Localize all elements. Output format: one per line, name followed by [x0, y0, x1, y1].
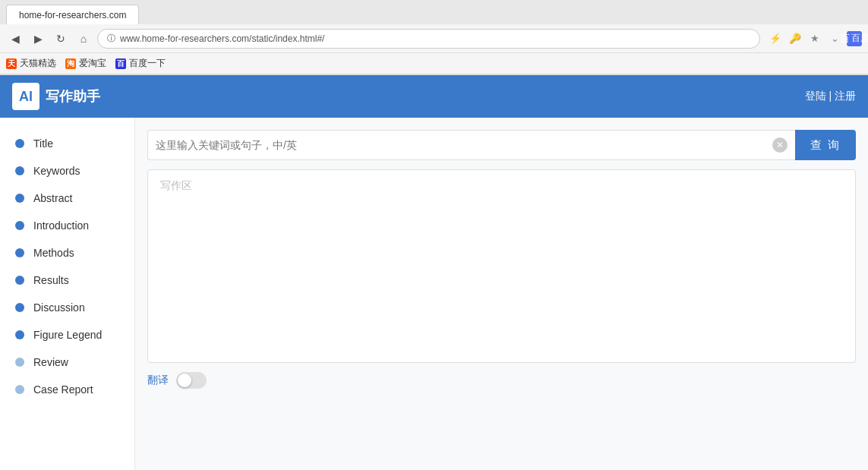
main-layout: Title Keywords Abstract Introduction Met… — [0, 118, 868, 470]
lightning-icon[interactable]: ⚡ — [768, 31, 783, 46]
translation-toggle[interactable] — [176, 372, 207, 389]
dot-case-report — [15, 385, 24, 394]
baidu-icon: 百 — [840, 32, 850, 46]
search-clear-button[interactable]: ✕ — [772, 137, 788, 153]
baidu-yi-icon: 百 — [115, 58, 126, 69]
sidebar-item-discussion[interactable]: Discussion — [0, 294, 134, 321]
writing-area-wrapper: 写作区 — [147, 169, 856, 363]
bookmark-taobao[interactable]: 淘 爱淘宝 — [65, 57, 106, 70]
sidebar-item-introduction[interactable]: Introduction — [0, 212, 134, 239]
search-input-wrapper[interactable]: ✕ — [147, 130, 795, 160]
sidebar-item-figure-legend[interactable]: Figure Legend — [0, 321, 134, 349]
sidebar-label-introduction: Introduction — [33, 219, 89, 232]
sidebar-item-review[interactable]: Review — [0, 349, 134, 376]
app-title: 写作助手 — [46, 87, 100, 106]
search-button-label: 查 询 — [810, 138, 841, 151]
dot-results — [15, 276, 24, 285]
bookmark-tmall-label: 天猫精选 — [20, 57, 56, 70]
sidebar-label-review: Review — [33, 356, 68, 368]
sidebar-label-keywords: Keywords — [33, 165, 80, 177]
logo-icon: AI — [12, 83, 39, 110]
sidebar-item-results[interactable]: Results — [0, 267, 134, 294]
sidebar-item-title[interactable]: Title — [0, 130, 134, 157]
dot-title — [15, 139, 24, 148]
bookmarks-bar: 天 天猫精选 淘 爱淘宝 百 百度一下 — [0, 53, 868, 74]
tab-title: home-for-researchers.com — [19, 10, 126, 21]
sidebar-item-methods[interactable]: Methods — [0, 239, 134, 267]
dot-abstract — [15, 194, 24, 203]
dot-methods — [15, 248, 24, 257]
app-logo: AI 写作助手 — [12, 83, 100, 110]
toggle-knob — [178, 374, 191, 387]
search-bar: ✕ 查 询 — [147, 130, 856, 160]
sidebar-label-case-report: Case Report — [33, 383, 93, 396]
dot-figure-legend — [15, 330, 24, 339]
logo-text: AI — [19, 89, 33, 105]
browser-tab[interactable]: home-for-researchers.com — [6, 5, 139, 24]
sidebar-label-abstract: Abstract — [33, 192, 72, 204]
star-icon[interactable]: ★ — [807, 31, 822, 46]
dot-review — [15, 358, 24, 367]
sidebar-label-figure-legend: Figure Legend — [33, 329, 102, 341]
search-input[interactable] — [156, 139, 772, 151]
sidebar: Title Keywords Abstract Introduction Met… — [0, 118, 135, 470]
home-button[interactable]: ⌂ — [74, 30, 93, 48]
sidebar-item-case-report[interactable]: Case Report — [0, 376, 134, 403]
translation-row: 翻译 — [147, 372, 856, 389]
bookmark-baidu-yi[interactable]: 百 百度一下 — [115, 57, 166, 70]
forward-button[interactable]: ▶ — [29, 30, 47, 48]
sidebar-label-results: Results — [33, 274, 69, 286]
bookmark-tmall[interactable]: 天 天猫精选 — [6, 57, 56, 70]
tmall-icon: 天 — [6, 58, 17, 69]
bookmark-baidu-yi-label: 百度一下 — [129, 57, 166, 70]
address-url: www.home-for-researchers.com/static/inde… — [120, 33, 324, 44]
writing-area-label: 写作区 — [148, 170, 855, 193]
dot-keywords — [15, 166, 24, 175]
address-bar[interactable]: ⓘ www.home-for-researchers.com/static/in… — [97, 29, 760, 49]
baidu-button[interactable]: 百 百度 — [847, 31, 862, 46]
bookmark-taobao-label: 爱淘宝 — [79, 57, 106, 70]
key-icon[interactable]: 🔑 — [788, 31, 803, 46]
auth-links[interactable]: 登陆 | 注册 — [805, 90, 856, 103]
refresh-button[interactable]: ↻ — [52, 30, 70, 48]
browser-tabs: home-for-researchers.com — [0, 0, 868, 24]
back-button[interactable]: ◀ — [6, 30, 24, 48]
security-icon: ⓘ — [107, 33, 115, 44]
sidebar-label-methods: Methods — [33, 247, 74, 259]
search-button[interactable]: 查 询 — [795, 130, 856, 160]
nav-icons: ⚡ 🔑 ★ ⌄ 百 百度 — [768, 31, 862, 46]
app-header: AI 写作助手 登陆 | 注册 — [0, 75, 868, 118]
dot-discussion — [15, 303, 24, 312]
writing-textarea[interactable] — [148, 193, 855, 360]
baidu-label: 百度 — [851, 32, 869, 45]
browser-nav: ◀ ▶ ↻ ⌂ ⓘ www.home-for-researchers.com/s… — [0, 24, 868, 53]
sidebar-item-keywords[interactable]: Keywords — [0, 157, 134, 185]
content-area: ✕ 查 询 写作区 翻译 — [135, 118, 868, 470]
dot-introduction — [15, 221, 24, 230]
browser-chrome: home-for-researchers.com ◀ ▶ ↻ ⌂ ⓘ www.h… — [0, 0, 868, 75]
auth-label: 登陆 | 注册 — [805, 90, 856, 102]
translation-label: 翻译 — [147, 374, 169, 387]
taobao-icon: 淘 — [65, 58, 76, 69]
sidebar-label-discussion: Discussion — [33, 301, 85, 314]
sidebar-item-abstract[interactable]: Abstract — [0, 185, 134, 212]
sidebar-label-title: Title — [33, 137, 53, 150]
